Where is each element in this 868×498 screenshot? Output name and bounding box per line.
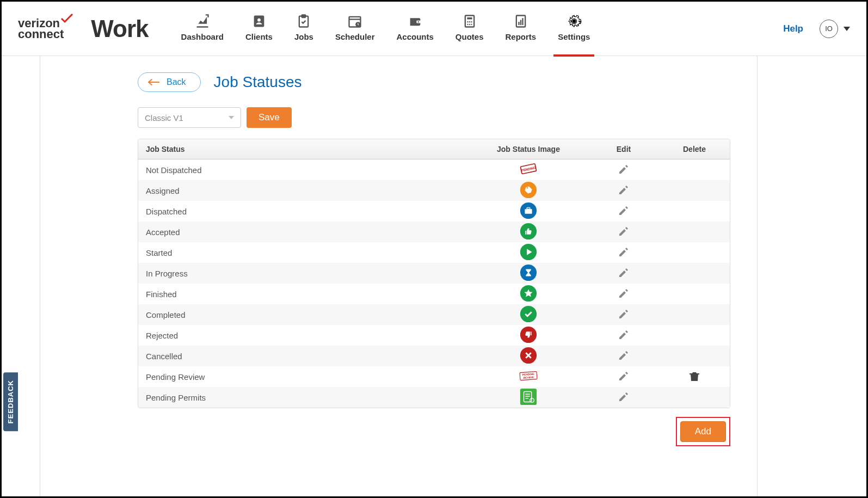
delete-button <box>659 268 730 279</box>
edit-button[interactable] <box>588 365 659 389</box>
svg-rect-9 <box>467 17 472 20</box>
edit-button[interactable] <box>588 220 659 244</box>
svg-point-12 <box>471 21 472 22</box>
status-name: Started <box>138 248 469 257</box>
edit-button[interactable] <box>588 158 659 182</box>
table-row: Started <box>138 242 730 263</box>
svg-point-13 <box>467 24 468 25</box>
controls-row: Classic V1 Save <box>138 107 730 128</box>
user-menu[interactable]: IO <box>820 20 850 38</box>
nav-scheduler[interactable]: Scheduler <box>335 14 375 44</box>
status-name: Finished <box>138 290 469 299</box>
svg-point-24 <box>527 187 528 188</box>
edit-button[interactable] <box>588 179 659 202</box>
status-name: Completed <box>138 310 469 319</box>
calendar-icon <box>347 14 362 29</box>
table-row: Dispatched <box>138 201 730 222</box>
nav-clients[interactable]: Clients <box>245 14 273 44</box>
svg-point-11 <box>469 21 470 22</box>
col-header-delete: Delete <box>659 139 730 159</box>
back-label: Back <box>167 77 186 87</box>
status-table: Job Status Job Status Image Edit Delete … <box>138 139 730 408</box>
delete-button[interactable] <box>659 365 730 389</box>
nav-settings[interactable]: Settings <box>558 14 590 44</box>
nav-label: Clients <box>245 32 273 41</box>
status-name: Dispatched <box>138 207 469 216</box>
check-icon <box>60 14 73 23</box>
contacts-icon <box>251 14 267 29</box>
delete-button <box>659 164 730 175</box>
edit-button[interactable] <box>588 200 659 223</box>
table-row: Accepted <box>138 222 730 242</box>
delete-button <box>659 288 730 299</box>
svg-point-20 <box>572 20 576 23</box>
back-button[interactable]: Back <box>138 72 201 92</box>
delete-button <box>659 185 730 196</box>
select-value: Classic V1 <box>145 113 183 122</box>
delete-button <box>659 206 730 217</box>
status-name: Pending Permits <box>138 393 469 402</box>
status-name: Cancelled <box>138 352 469 361</box>
template-select[interactable]: Classic V1 <box>138 107 241 128</box>
table-row: In Progress <box>138 263 730 284</box>
svg-point-7 <box>417 21 418 22</box>
delete-button <box>659 309 730 320</box>
table-row: Finished <box>138 284 730 304</box>
top-bar: verizon connect Work Dashboard Clients J… <box>2 2 866 56</box>
svg-point-14 <box>469 24 470 25</box>
nav-label: Reports <box>506 32 537 41</box>
svg-rect-18 <box>520 20 521 25</box>
nav-label: Jobs <box>294 32 313 41</box>
nav-accounts[interactable]: Accounts <box>397 14 434 44</box>
nav-dashboard[interactable]: Dashboard <box>181 14 224 44</box>
table-row: Completed <box>138 304 730 325</box>
svg-rect-3 <box>302 15 306 17</box>
avatar: IO <box>820 20 838 38</box>
clipboard-icon <box>296 14 311 29</box>
edit-button[interactable] <box>588 241 659 265</box>
report-icon <box>513 14 528 29</box>
product-name: Work <box>91 15 148 42</box>
nav-label: Settings <box>558 32 590 41</box>
edit-button[interactable] <box>588 262 659 285</box>
svg-point-1 <box>257 19 261 22</box>
edit-button[interactable] <box>588 324 659 347</box>
save-button[interactable]: Save <box>247 107 292 128</box>
nav-jobs[interactable]: Jobs <box>294 14 313 44</box>
add-button[interactable]: Add <box>680 421 726 442</box>
table-row: Assigned <box>138 180 730 201</box>
calculator-icon <box>462 14 477 29</box>
page-header: Back Job Statuses <box>138 72 730 92</box>
chart-up-icon <box>195 14 210 29</box>
nav-label: Accounts <box>397 32 434 41</box>
nav-quotes[interactable]: Quotes <box>455 14 484 44</box>
help-link[interactable]: Help <box>783 23 803 34</box>
delete-button <box>659 330 730 341</box>
table-row: Cancelled <box>138 346 730 366</box>
caret-down-icon <box>844 27 850 31</box>
table-header: Job Status Job Status Image Edit Delete <box>138 139 730 159</box>
feedback-tab[interactable]: FEEDBACK <box>3 372 18 431</box>
nav-label: Dashboard <box>181 32 224 41</box>
add-highlight: Add <box>676 417 730 446</box>
brand: verizon connect Work <box>18 15 149 42</box>
delete-button <box>659 392 730 403</box>
brand-line2: connect <box>18 29 64 40</box>
status-name: Rejected <box>138 331 469 340</box>
edit-button[interactable] <box>588 345 659 368</box>
status-name: Not Dispatched <box>138 165 469 175</box>
nav-reports[interactable]: Reports <box>506 14 537 44</box>
page-title: Job Statuses <box>214 73 302 91</box>
table-row: Not Dispatched PENDING <box>138 159 730 180</box>
svg-point-15 <box>471 24 472 25</box>
wallet-icon <box>408 14 423 29</box>
edit-button[interactable] <box>588 386 659 409</box>
verizon-connect-logo: verizon connect <box>18 18 64 40</box>
status-name: Pending Review <box>138 372 469 382</box>
table-row: Rejected <box>138 325 730 346</box>
gear-icon <box>567 14 582 29</box>
edit-button[interactable] <box>588 303 659 327</box>
svg-point-10 <box>467 21 468 22</box>
topbar-right: Help IO <box>783 20 850 38</box>
edit-button[interactable] <box>588 282 659 306</box>
